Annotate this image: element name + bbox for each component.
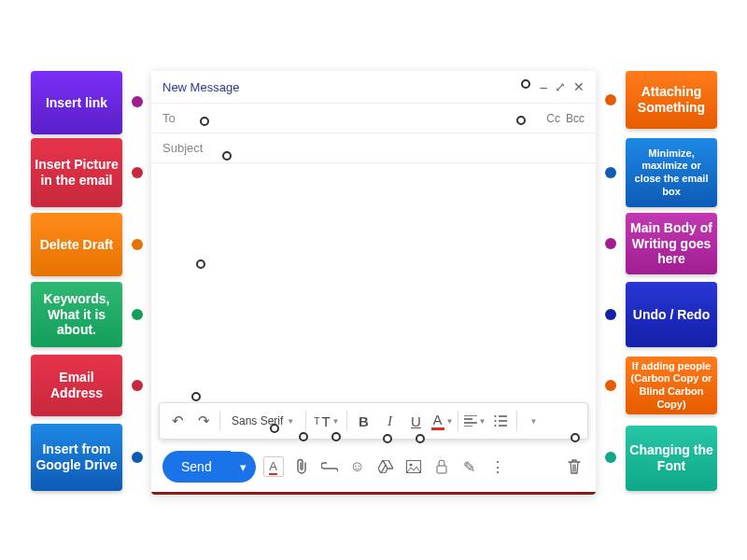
undo-icon[interactable]: ↶ — [165, 407, 190, 435]
connector-dot — [605, 452, 616, 463]
formatting-options-icon[interactable]: A — [263, 456, 284, 477]
label-attaching: Attaching Something — [626, 71, 717, 129]
label-window-controls: Minimize, maximize or close the email bo… — [626, 138, 717, 207]
label-insert-drive: Insert from Google Drive — [31, 424, 122, 491]
confidential-mode-icon[interactable] — [431, 456, 452, 477]
svg-point-4 — [409, 464, 412, 467]
redo-icon[interactable]: ↷ — [191, 407, 216, 435]
connector-dot — [132, 167, 143, 178]
compose-title: New Message — [162, 80, 239, 94]
insert-link-icon[interactable] — [319, 456, 340, 477]
chevron-down-icon: ▼ — [287, 417, 294, 426]
marker — [516, 116, 526, 125]
to-row[interactable]: To Cc Bcc — [151, 104, 596, 133]
label-change-font: Changing the Font — [626, 426, 717, 491]
italic-button[interactable]: I — [377, 407, 402, 435]
connector-dot — [132, 239, 143, 250]
connector-dot — [605, 309, 616, 320]
marker — [299, 432, 308, 441]
svg-point-0 — [495, 415, 497, 417]
compose-footer-bar — [151, 492, 596, 495]
formatting-toolbar: ↶ ↷ Sans Serif ▼ TT ▼ B I U A ▼ ▼ ▼ — [159, 402, 588, 440]
marker — [383, 434, 392, 443]
svg-rect-5 — [437, 466, 446, 473]
connector-dot — [605, 380, 616, 391]
connector-dot — [132, 309, 143, 320]
marker — [521, 79, 530, 89]
bold-button[interactable]: B — [351, 407, 375, 435]
subject-label: Subject — [162, 141, 203, 155]
label-insert-picture: Insert Picture in the email — [31, 138, 122, 207]
action-row: Send ▾ A ☺ ✎ ⋮ — [151, 445, 596, 492]
insert-signature-icon[interactable]: ✎ — [459, 456, 480, 477]
svg-point-2 — [495, 425, 497, 427]
label-main-body: Main Body of Writing goes here — [626, 213, 717, 274]
more-options-icon[interactable]: ⋮ — [487, 456, 508, 477]
connector-dot — [605, 167, 616, 178]
insert-emoji-icon[interactable]: ☺ — [347, 456, 368, 477]
connector-dot — [132, 96, 143, 107]
to-label: To — [162, 111, 176, 125]
marker — [331, 432, 341, 441]
marker — [222, 151, 232, 161]
align-button[interactable]: ▼ — [462, 407, 486, 435]
attach-file-icon[interactable] — [291, 456, 312, 477]
marker — [196, 259, 205, 269]
close-icon[interactable]: ✕ — [573, 79, 585, 94]
font-size-select[interactable]: TT ▼ — [310, 413, 343, 429]
discard-draft-icon[interactable] — [564, 456, 585, 477]
marker — [270, 424, 279, 433]
label-undo-redo: Undo / Redo — [626, 282, 717, 347]
bcc-link[interactable]: Bcc — [566, 112, 585, 125]
cc-link[interactable]: Cc — [546, 112, 560, 125]
chevron-down-icon: ▼ — [332, 417, 340, 426]
label-email-address: Email Address — [31, 355, 122, 416]
insert-photo-icon[interactable] — [403, 456, 424, 477]
marker — [191, 392, 201, 401]
list-button[interactable] — [488, 407, 513, 435]
maximize-icon[interactable]: ⤢ — [555, 79, 566, 94]
marker — [416, 434, 425, 443]
connector-dot — [605, 238, 616, 249]
chevron-down-icon: ▼ — [446, 417, 454, 426]
connector-dot — [605, 94, 616, 105]
send-options-button[interactable]: ▾ — [231, 452, 256, 483]
marker — [200, 117, 209, 126]
marker — [571, 433, 580, 442]
send-button[interactable]: Send — [162, 451, 231, 483]
font-family-select[interactable]: Sans Serif ▼ — [224, 414, 302, 427]
compose-window: New Message – ⤢ ✕ To Cc Bcc Subject ↶ ↷ … — [151, 71, 596, 495]
svg-point-1 — [495, 420, 497, 422]
subject-row[interactable]: Subject — [151, 133, 596, 163]
insert-drive-icon[interactable] — [375, 456, 396, 477]
label-insert-link: Insert link — [31, 71, 122, 134]
underline-button[interactable]: U — [403, 407, 428, 435]
chevron-down-icon: ▼ — [479, 417, 486, 426]
more-formatting-button[interactable]: ▼ — [521, 407, 545, 435]
minimize-icon[interactable]: – — [540, 79, 547, 94]
compose-header: New Message – ⤢ ✕ — [151, 71, 596, 104]
connector-dot — [132, 452, 143, 463]
label-cc-bcc: If adding people (Carbon Copy or Blind C… — [626, 357, 717, 414]
label-keywords: Keywords, What it is about. — [31, 282, 122, 347]
label-delete-draft: Delete Draft — [31, 213, 122, 276]
text-color-button[interactable]: A ▼ — [430, 407, 454, 435]
email-body[interactable] — [151, 163, 596, 402]
connector-dot — [132, 380, 143, 391]
